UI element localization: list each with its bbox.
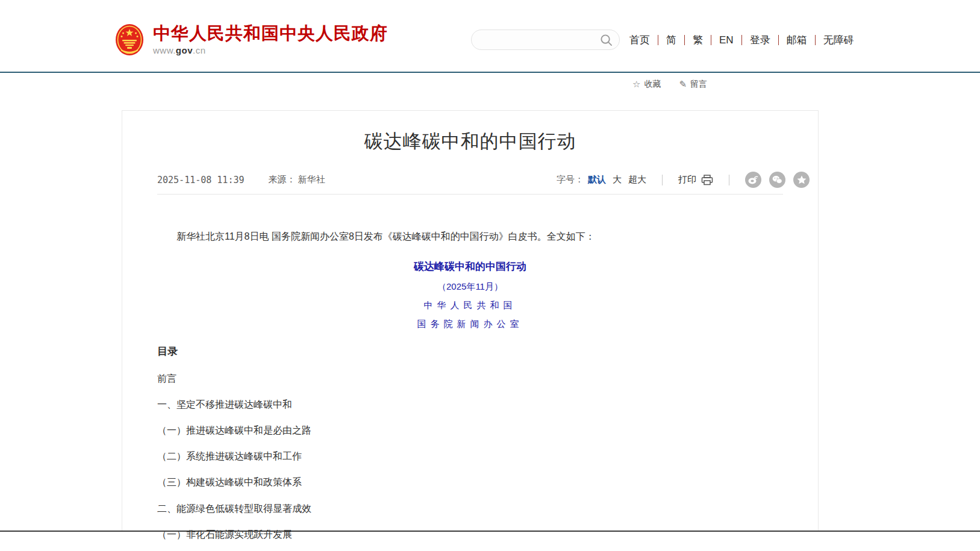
toc-item: （二）系统推进碳达峰碳中和工作 [157,450,783,462]
article-actions-bar: ☆ 收藏 ✎ 留言 [632,79,707,90]
nav-separator [711,35,711,45]
viewport-bottom-rule [0,531,980,532]
toc-item: 一、坚定不移推进碳达峰碳中和 [157,399,783,410]
nav-home[interactable]: 首页 [629,33,650,47]
page: 中华人民共和国中央人民政府 www.gov.cn 首页 简 繁 EN 登录 邮箱 [0,0,980,551]
whitepaper-org-line1: 中华人民共和国 [157,300,783,311]
toc-item: 前言 [157,373,783,384]
message-label: 留言 [690,79,707,90]
pencil-icon: ✎ [679,79,687,90]
share-icons [745,172,810,188]
nav-login[interactable]: 登录 [750,33,770,47]
weibo-icon[interactable] [745,172,761,188]
qzone-icon[interactable] [793,172,810,188]
whitepaper-title: 碳达峰碳中和的中国行动 [157,260,783,273]
nav-simplified[interactable]: 简 [666,33,676,47]
nav-mail[interactable]: 邮箱 [787,33,807,47]
favorite-button[interactable]: ☆ 收藏 [632,79,661,90]
nav-traditional[interactable]: 繁 [693,33,703,47]
nav-english[interactable]: EN [719,34,734,46]
toc-item: （一）推进碳达峰碳中和是必由之路 [157,425,783,436]
article-meta-right: 字号： 默认 大 超大 打印 [557,172,810,188]
nav-accessibility[interactable]: 无障碍 [823,33,854,47]
search-input[interactable] [481,30,596,49]
star-icon: ☆ [632,79,640,90]
whitepaper-org-line2: 国务院新闻办公室 [157,319,783,330]
toc-heading: 目录 [157,344,783,358]
meta-divider [157,194,783,195]
site-url: www.gov.cn [153,45,388,55]
print-button[interactable]: 打印 [678,174,713,185]
font-size-xlarge-button[interactable]: 超大 [628,174,646,185]
national-emblem-icon [115,23,144,57]
site-title: 中华人民共和国中央人民政府 [153,23,388,43]
printer-icon [701,175,713,185]
article-source: 来源： 新华社 [269,174,325,185]
toc-item: （三）构建碳达峰碳中和政策体系 [157,476,783,488]
toc-item: 二、能源绿色低碳转型取得显著成效 [157,503,783,514]
site-logo[interactable]: 中华人民共和国中央人民政府 www.gov.cn [115,23,388,57]
nav-separator [778,35,779,45]
article-card: 碳达峰碳中和的中国行动 2025-11-08 11:39 来源： 新华社 字号：… [122,110,819,532]
article-meta-left: 2025-11-08 11:39 来源： 新华社 [157,174,325,185]
article-title: 碳达峰碳中和的中国行动 [122,129,818,154]
font-size-large-button[interactable]: 大 [613,174,622,185]
publish-date: 2025-11-08 11:39 [157,175,245,185]
meta-separator [662,175,663,185]
nav-separator [741,35,742,45]
font-size-default-button[interactable]: 默认 [588,174,606,185]
site-identity: 中华人民共和国中央人民政府 www.gov.cn [153,23,388,55]
nav-separator [684,35,685,45]
search-icon[interactable] [600,34,613,46]
nav-separator [815,35,816,45]
whitepaper-date: （2025年11月） [157,281,783,293]
message-button[interactable]: ✎ 留言 [679,79,707,90]
search-box[interactable] [471,30,620,50]
site-header: 中华人民共和国中央人民政府 www.gov.cn 首页 简 繁 EN 登录 邮箱 [0,0,980,73]
wechat-icon[interactable] [769,172,785,188]
document-body: 新华社北京11月8日电 国务院新闻办公室8日发布《碳达峰碳中和的中国行动》白皮书… [122,231,818,540]
lead-paragraph: 新华社北京11月8日电 国务院新闻办公室8日发布《碳达峰碳中和的中国行动》白皮书… [157,231,783,243]
meta-separator [729,175,729,185]
font-size-label: 字号： [557,174,584,185]
nav-separator [658,35,658,45]
print-label: 打印 [678,174,696,185]
article-meta-row: 2025-11-08 11:39 来源： 新华社 字号： 默认 大 超大 打印 [122,171,818,189]
top-nav: 首页 简 繁 EN 登录 邮箱 无障碍 [629,33,854,47]
favorite-label: 收藏 [644,79,661,90]
